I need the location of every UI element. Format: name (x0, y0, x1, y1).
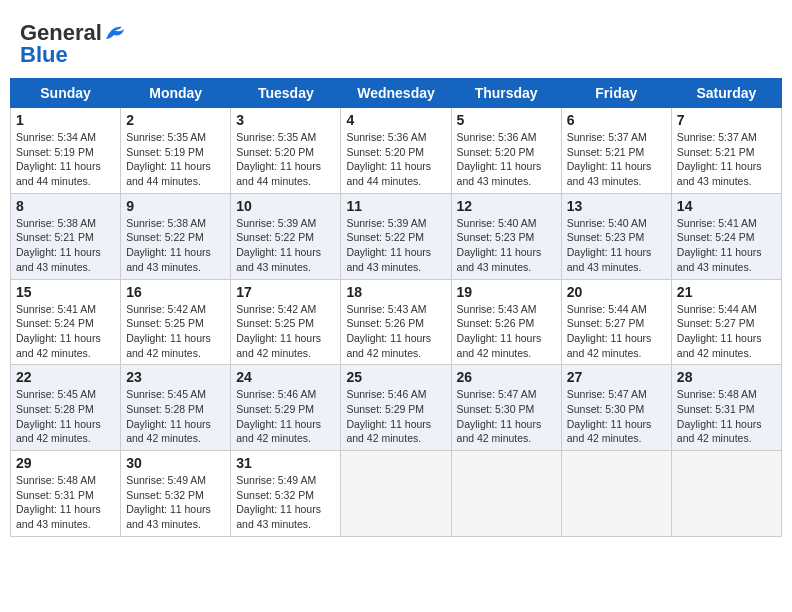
table-row: 12Sunrise: 5:40 AMSunset: 5:23 PMDayligh… (451, 193, 561, 279)
day-number: 14 (677, 198, 776, 214)
table-row: 26Sunrise: 5:47 AMSunset: 5:30 PMDayligh… (451, 365, 561, 451)
table-row (451, 451, 561, 537)
week-row-4: 22Sunrise: 5:45 AMSunset: 5:28 PMDayligh… (11, 365, 782, 451)
day-number: 21 (677, 284, 776, 300)
day-number: 4 (346, 112, 445, 128)
day-info: Sunrise: 5:39 AMSunset: 5:22 PMDaylight:… (236, 216, 335, 275)
table-row: 6Sunrise: 5:37 AMSunset: 5:21 PMDaylight… (561, 108, 671, 194)
day-number: 28 (677, 369, 776, 385)
day-number: 3 (236, 112, 335, 128)
table-row: 2Sunrise: 5:35 AMSunset: 5:19 PMDaylight… (121, 108, 231, 194)
day-number: 17 (236, 284, 335, 300)
table-row: 28Sunrise: 5:48 AMSunset: 5:31 PMDayligh… (671, 365, 781, 451)
day-info: Sunrise: 5:44 AMSunset: 5:27 PMDaylight:… (677, 302, 776, 361)
day-number: 6 (567, 112, 666, 128)
table-row: 21Sunrise: 5:44 AMSunset: 5:27 PMDayligh… (671, 279, 781, 365)
table-row (561, 451, 671, 537)
table-row: 19Sunrise: 5:43 AMSunset: 5:26 PMDayligh… (451, 279, 561, 365)
day-info: Sunrise: 5:37 AMSunset: 5:21 PMDaylight:… (677, 130, 776, 189)
day-number: 31 (236, 455, 335, 471)
day-number: 2 (126, 112, 225, 128)
day-info: Sunrise: 5:46 AMSunset: 5:29 PMDaylight:… (236, 387, 335, 446)
day-info: Sunrise: 5:49 AMSunset: 5:32 PMDaylight:… (126, 473, 225, 532)
table-row: 10Sunrise: 5:39 AMSunset: 5:22 PMDayligh… (231, 193, 341, 279)
day-number: 9 (126, 198, 225, 214)
day-number: 25 (346, 369, 445, 385)
logo-bird-icon (104, 23, 126, 41)
header-friday: Friday (561, 79, 671, 108)
day-number: 30 (126, 455, 225, 471)
table-row: 3Sunrise: 5:35 AMSunset: 5:20 PMDaylight… (231, 108, 341, 194)
week-row-2: 8Sunrise: 5:38 AMSunset: 5:21 PMDaylight… (11, 193, 782, 279)
table-row: 1Sunrise: 5:34 AMSunset: 5:19 PMDaylight… (11, 108, 121, 194)
day-number: 22 (16, 369, 115, 385)
table-row: 13Sunrise: 5:40 AMSunset: 5:23 PMDayligh… (561, 193, 671, 279)
table-row: 4Sunrise: 5:36 AMSunset: 5:20 PMDaylight… (341, 108, 451, 194)
table-row: 5Sunrise: 5:36 AMSunset: 5:20 PMDaylight… (451, 108, 561, 194)
day-number: 8 (16, 198, 115, 214)
week-row-3: 15Sunrise: 5:41 AMSunset: 5:24 PMDayligh… (11, 279, 782, 365)
day-info: Sunrise: 5:41 AMSunset: 5:24 PMDaylight:… (16, 302, 115, 361)
day-number: 29 (16, 455, 115, 471)
day-info: Sunrise: 5:46 AMSunset: 5:29 PMDaylight:… (346, 387, 445, 446)
day-info: Sunrise: 5:40 AMSunset: 5:23 PMDaylight:… (567, 216, 666, 275)
table-row: 11Sunrise: 5:39 AMSunset: 5:22 PMDayligh… (341, 193, 451, 279)
weekday-header-row: Sunday Monday Tuesday Wednesday Thursday… (11, 79, 782, 108)
table-row: 9Sunrise: 5:38 AMSunset: 5:22 PMDaylight… (121, 193, 231, 279)
table-row: 20Sunrise: 5:44 AMSunset: 5:27 PMDayligh… (561, 279, 671, 365)
day-info: Sunrise: 5:36 AMSunset: 5:20 PMDaylight:… (457, 130, 556, 189)
day-number: 12 (457, 198, 556, 214)
day-info: Sunrise: 5:48 AMSunset: 5:31 PMDaylight:… (677, 387, 776, 446)
logo-blue: Blue (20, 42, 68, 68)
table-row: 23Sunrise: 5:45 AMSunset: 5:28 PMDayligh… (121, 365, 231, 451)
day-number: 27 (567, 369, 666, 385)
day-number: 15 (16, 284, 115, 300)
day-number: 13 (567, 198, 666, 214)
table-row: 17Sunrise: 5:42 AMSunset: 5:25 PMDayligh… (231, 279, 341, 365)
logo: General Blue (20, 20, 126, 68)
day-number: 19 (457, 284, 556, 300)
week-row-5: 29Sunrise: 5:48 AMSunset: 5:31 PMDayligh… (11, 451, 782, 537)
day-info: Sunrise: 5:42 AMSunset: 5:25 PMDaylight:… (126, 302, 225, 361)
table-row: 8Sunrise: 5:38 AMSunset: 5:21 PMDaylight… (11, 193, 121, 279)
table-row: 16Sunrise: 5:42 AMSunset: 5:25 PMDayligh… (121, 279, 231, 365)
header-tuesday: Tuesday (231, 79, 341, 108)
day-info: Sunrise: 5:45 AMSunset: 5:28 PMDaylight:… (16, 387, 115, 446)
calendar-table: Sunday Monday Tuesday Wednesday Thursday… (10, 78, 782, 537)
day-info: Sunrise: 5:36 AMSunset: 5:20 PMDaylight:… (346, 130, 445, 189)
day-info: Sunrise: 5:48 AMSunset: 5:31 PMDaylight:… (16, 473, 115, 532)
table-row: 24Sunrise: 5:46 AMSunset: 5:29 PMDayligh… (231, 365, 341, 451)
day-number: 26 (457, 369, 556, 385)
page-header: General Blue (10, 10, 782, 73)
table-row: 27Sunrise: 5:47 AMSunset: 5:30 PMDayligh… (561, 365, 671, 451)
day-number: 1 (16, 112, 115, 128)
day-info: Sunrise: 5:43 AMSunset: 5:26 PMDaylight:… (457, 302, 556, 361)
day-number: 10 (236, 198, 335, 214)
table-row: 25Sunrise: 5:46 AMSunset: 5:29 PMDayligh… (341, 365, 451, 451)
table-row: 22Sunrise: 5:45 AMSunset: 5:28 PMDayligh… (11, 365, 121, 451)
day-number: 16 (126, 284, 225, 300)
table-row: 29Sunrise: 5:48 AMSunset: 5:31 PMDayligh… (11, 451, 121, 537)
week-row-1: 1Sunrise: 5:34 AMSunset: 5:19 PMDaylight… (11, 108, 782, 194)
table-row (671, 451, 781, 537)
table-row: 18Sunrise: 5:43 AMSunset: 5:26 PMDayligh… (341, 279, 451, 365)
day-number: 18 (346, 284, 445, 300)
day-info: Sunrise: 5:35 AMSunset: 5:19 PMDaylight:… (126, 130, 225, 189)
day-info: Sunrise: 5:40 AMSunset: 5:23 PMDaylight:… (457, 216, 556, 275)
day-info: Sunrise: 5:38 AMSunset: 5:21 PMDaylight:… (16, 216, 115, 275)
day-number: 5 (457, 112, 556, 128)
day-info: Sunrise: 5:41 AMSunset: 5:24 PMDaylight:… (677, 216, 776, 275)
day-info: Sunrise: 5:39 AMSunset: 5:22 PMDaylight:… (346, 216, 445, 275)
table-row (341, 451, 451, 537)
day-number: 23 (126, 369, 225, 385)
day-info: Sunrise: 5:34 AMSunset: 5:19 PMDaylight:… (16, 130, 115, 189)
day-info: Sunrise: 5:43 AMSunset: 5:26 PMDaylight:… (346, 302, 445, 361)
day-info: Sunrise: 5:42 AMSunset: 5:25 PMDaylight:… (236, 302, 335, 361)
table-row: 7Sunrise: 5:37 AMSunset: 5:21 PMDaylight… (671, 108, 781, 194)
day-number: 7 (677, 112, 776, 128)
header-sunday: Sunday (11, 79, 121, 108)
table-row: 30Sunrise: 5:49 AMSunset: 5:32 PMDayligh… (121, 451, 231, 537)
day-number: 24 (236, 369, 335, 385)
day-info: Sunrise: 5:37 AMSunset: 5:21 PMDaylight:… (567, 130, 666, 189)
header-saturday: Saturday (671, 79, 781, 108)
